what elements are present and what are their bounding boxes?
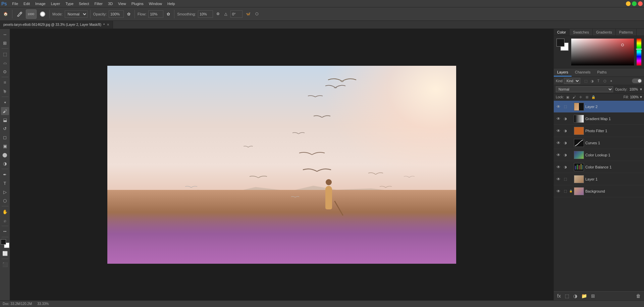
hue-slider[interactable]: [637, 39, 641, 65]
layer-item-background[interactable]: 👁 ⬚ 🔒 Background: [554, 185, 644, 197]
symmetry-button[interactable]: 🦋: [245, 11, 252, 17]
stamp-tool[interactable]: ⬓: [1, 116, 9, 124]
pen-tool[interactable]: ✒: [1, 170, 9, 178]
gradient-tool[interactable]: ▣: [1, 142, 9, 150]
smoothing-settings-button[interactable]: ⚙: [215, 11, 221, 17]
menu-type[interactable]: Type: [63, 1, 76, 6]
delete-layer-button[interactable]: 🗑: [635, 293, 642, 299]
opacity-dropdown-icon[interactable]: ▾: [640, 87, 642, 92]
layer-item-layer1[interactable]: 👁 ⬚ Layer 1: [554, 173, 644, 185]
menu-help[interactable]: Help: [165, 1, 178, 6]
menu-plugins[interactable]: Plugins: [129, 1, 146, 6]
opacity-row-value[interactable]: 100%: [629, 88, 638, 91]
menu-select[interactable]: Select: [76, 1, 92, 6]
lock-transparent-icon[interactable]: ▣: [565, 94, 571, 100]
menu-window[interactable]: Window: [146, 1, 165, 6]
layer-visibility-toggle[interactable]: 👁: [556, 164, 561, 170]
swatches-tab[interactable]: Swatches: [570, 29, 593, 36]
mode-select[interactable]: NormalMultiplyScreen: [65, 10, 88, 18]
home-button[interactable]: 🏠: [2, 11, 9, 17]
fill-dropdown-icon[interactable]: ▾: [640, 95, 642, 99]
layer-item-layer2[interactable]: 👁 ⬚ Layer 2: [554, 101, 644, 113]
color-tab[interactable]: Color: [554, 29, 570, 36]
menu-view[interactable]: View: [115, 1, 129, 6]
add-layer-style-button[interactable]: fx: [556, 293, 562, 299]
filter-type-icon[interactable]: T: [596, 78, 601, 84]
layer-visibility-toggle[interactable]: 👁: [556, 116, 561, 121]
brush-preset-button[interactable]: 1000: [26, 9, 37, 19]
angle-button[interactable]: △: [223, 11, 228, 17]
menu-edit[interactable]: Edit: [21, 1, 33, 6]
close-button[interactable]: [638, 1, 643, 6]
layer-visibility-toggle[interactable]: 👁: [556, 176, 561, 182]
color-picker-gradient[interactable]: [571, 39, 634, 65]
new-group-button[interactable]: 📁: [580, 293, 588, 299]
filter-select[interactable]: Kind: [564, 78, 580, 84]
hand-tool[interactable]: ✋: [1, 208, 9, 216]
menu-filter[interactable]: Filter: [92, 1, 105, 6]
channels-tab[interactable]: Channels: [572, 68, 594, 76]
extra-button[interactable]: ⬡: [254, 11, 260, 17]
opacity-input[interactable]: 100%: [109, 10, 124, 18]
lock-image-icon[interactable]: 🖌: [572, 94, 577, 100]
gradients-tab[interactable]: Gradients: [593, 29, 616, 36]
foreground-color-swatch[interactable]: [1, 239, 6, 245]
layer-visibility-toggle[interactable]: 👁: [556, 140, 561, 146]
angle-input[interactable]: 0°: [230, 10, 243, 18]
screen-mode-button[interactable]: ⬛: [1, 260, 9, 268]
eraser-tool[interactable]: ◻: [1, 133, 9, 141]
new-fill-layer-button[interactable]: ◑: [572, 293, 579, 299]
type-tool[interactable]: T: [1, 179, 9, 187]
brush-tool[interactable]: 🖌: [1, 107, 9, 115]
flow-input[interactable]: 10%: [148, 10, 163, 18]
layer-item-color-lookup[interactable]: 👁 ◑ Color Lookup 1: [554, 149, 644, 161]
history-brush-tool[interactable]: ↺: [1, 124, 9, 133]
artboard-tool[interactable]: ⊞: [1, 39, 9, 47]
blur-tool[interactable]: ⬤: [1, 151, 9, 159]
document-tab[interactable]: pexels-taryn-elliott-5614629.jpg @ 33.3%…: [0, 21, 113, 29]
lock-position-icon[interactable]: ✛: [578, 94, 583, 100]
menu-3d[interactable]: 3D: [105, 1, 115, 6]
filter-toggle[interactable]: [632, 79, 642, 83]
layer-item-curves[interactable]: 👁 ◑ Curves 1: [554, 137, 644, 149]
smoothing-input[interactable]: 10%: [198, 10, 213, 18]
lock-all-icon[interactable]: 🔒: [591, 94, 596, 100]
tab-close-button[interactable]: ✕: [107, 23, 109, 27]
layer-visibility-toggle[interactable]: 👁: [556, 189, 561, 194]
quick-mask-button[interactable]: ⬜: [1, 249, 9, 257]
filter-shape-icon[interactable]: ⬡: [602, 78, 607, 84]
layer-visibility-toggle[interactable]: 👁: [556, 104, 561, 109]
layer-item-gradient-map[interactable]: 👁 ◑ Gradient Map 1: [554, 113, 644, 125]
layer-item-photo-filter[interactable]: 👁 ◑ Photo Filter 1: [554, 125, 644, 137]
new-layer-button[interactable]: ⊞: [590, 293, 596, 299]
brush-tool-button[interactable]: [15, 10, 24, 18]
opacity-pressure-button[interactable]: ✿: [126, 11, 132, 17]
menu-layer[interactable]: Layer: [48, 1, 63, 6]
layer-visibility-toggle[interactable]: 👁: [556, 152, 561, 158]
zoom-tool[interactable]: ⌕: [1, 216, 9, 224]
foreground-color-picker[interactable]: [556, 39, 565, 47]
menu-image[interactable]: Image: [33, 1, 48, 6]
minimize-button[interactable]: [626, 1, 631, 6]
layer-visibility-toggle[interactable]: 👁: [556, 128, 561, 134]
paths-tab[interactable]: Paths: [594, 68, 610, 76]
marquee-tool[interactable]: ⬚: [1, 50, 9, 58]
add-mask-button[interactable]: ⬚: [564, 293, 571, 299]
move-tool[interactable]: ↔: [1, 30, 9, 38]
fg-bg-swatches[interactable]: [556, 39, 569, 51]
layer-item-color-balance[interactable]: 👁 ◑ Color Balance 1: [554, 161, 644, 173]
dodge-tool[interactable]: ◑: [1, 159, 9, 167]
crop-tool[interactable]: ⌗: [1, 79, 9, 87]
lasso-tool[interactable]: ⌓: [1, 59, 9, 67]
foreground-background-colors[interactable]: [1, 239, 9, 248]
maximize-button[interactable]: [632, 1, 637, 6]
eyedropper-tool[interactable]: 🖰: [1, 87, 9, 95]
fill-value[interactable]: 100%: [630, 95, 639, 99]
quick-select-tool[interactable]: ⊙: [1, 67, 9, 75]
blend-mode-select[interactable]: NormalMultiplyScreenOverlay: [556, 86, 613, 92]
patterns-tab[interactable]: Patterns: [616, 29, 637, 36]
shape-tool[interactable]: ⬡: [1, 197, 9, 205]
brush-hardness-button[interactable]: [39, 11, 47, 17]
healing-brush-tool[interactable]: ✶: [1, 98, 9, 106]
layers-tab[interactable]: Layers: [554, 68, 572, 76]
